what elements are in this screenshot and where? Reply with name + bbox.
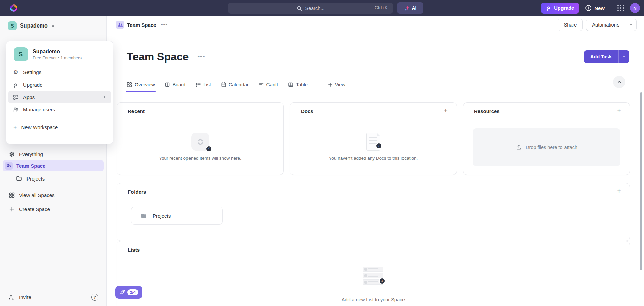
help-icon[interactable]: ? bbox=[91, 294, 98, 301]
search-input[interactable]: Search... Ctrl+K bbox=[228, 3, 393, 14]
topbar-divider bbox=[611, 4, 611, 12]
tab-label: Table bbox=[296, 82, 308, 87]
tab-add-view[interactable]: View bbox=[328, 77, 345, 92]
collapse-header-button[interactable] bbox=[613, 76, 625, 88]
upgrade-label: Upgrade bbox=[554, 5, 574, 11]
tab-label: Overview bbox=[135, 82, 155, 87]
recent-empty-text: Your recent opened items will show here. bbox=[159, 156, 241, 161]
menu-item-label: Apps bbox=[23, 94, 35, 100]
ai-button[interactable]: AI bbox=[397, 2, 423, 14]
upgrade-icon bbox=[13, 82, 19, 88]
lists-card: Lists + Add a new List to your Space bbox=[117, 241, 630, 306]
upgrade-button[interactable]: Upgrade bbox=[541, 3, 579, 14]
menu-item-label: Upgrade bbox=[23, 82, 43, 88]
overview-cards: Recent ✓ Your recent opened items will s… bbox=[117, 102, 630, 175]
folder-item-projects[interactable]: Projects bbox=[131, 207, 223, 225]
chevron-up-icon bbox=[617, 80, 622, 84]
overview-icon bbox=[127, 82, 132, 87]
sidebar-item-projects[interactable]: Projects bbox=[0, 173, 106, 184]
menu-item-manage-users[interactable]: Manage users bbox=[6, 103, 113, 116]
workspace-avatar: S bbox=[8, 21, 17, 30]
breadcrumb-more-icon[interactable]: ••• bbox=[161, 21, 168, 28]
invite-icon bbox=[8, 294, 15, 301]
header-actions: Share Automations bbox=[558, 19, 637, 31]
clickup-glyph-icon: ✓ bbox=[191, 133, 209, 151]
title-more-icon[interactable]: ••• bbox=[197, 53, 205, 60]
tab-board[interactable]: Board bbox=[165, 77, 185, 92]
add-doc-icon[interactable]: + bbox=[444, 107, 448, 114]
tab-label: Board bbox=[172, 82, 185, 87]
workspace-name: Supademo bbox=[20, 23, 48, 29]
tab-gantt[interactable]: Gantt bbox=[259, 77, 278, 92]
menu-item-label: Settings bbox=[23, 69, 41, 75]
upgrade-icon bbox=[546, 5, 551, 11]
onboarding-count-badge: 2/4 bbox=[127, 289, 138, 295]
sidebar-nav: Everything Team Space Projects View all … bbox=[0, 149, 106, 214]
new-label: New bbox=[594, 5, 605, 11]
ai-label: AI bbox=[412, 5, 417, 11]
tabs-separator bbox=[318, 81, 318, 88]
automations-label[interactable]: Automations bbox=[586, 19, 625, 31]
workspace-menu-plan: Free Forever • 1 members bbox=[33, 56, 82, 60]
new-button[interactable]: New bbox=[585, 5, 605, 11]
tab-label: Gantt bbox=[266, 82, 278, 87]
everything-icon bbox=[9, 151, 15, 157]
users-icon bbox=[13, 107, 19, 112]
apps-icon bbox=[13, 95, 19, 100]
menu-item-label: New Workspace bbox=[21, 124, 58, 130]
workspace-menu-header: S Supademo Free Forever • 1 members bbox=[6, 47, 113, 66]
sidebar-item-team-space[interactable]: Team Space bbox=[3, 160, 104, 171]
search-shortcut: Ctrl+K bbox=[375, 5, 388, 10]
spaces-grid-icon bbox=[9, 192, 15, 198]
docs-card: Docs + ↓ You haven't added any Docs to t… bbox=[290, 102, 457, 175]
tab-label: View bbox=[335, 82, 345, 87]
workspace-menu-name: Supademo bbox=[33, 49, 82, 55]
menu-item-upgrade[interactable]: Upgrade bbox=[6, 79, 113, 91]
share-button[interactable]: Share bbox=[558, 19, 583, 31]
chevron-down-icon bbox=[51, 24, 55, 28]
tab-calendar[interactable]: Calendar bbox=[221, 77, 249, 92]
recent-card: Recent ✓ Your recent opened items will s… bbox=[117, 102, 284, 175]
apps-grid-icon[interactable] bbox=[617, 5, 624, 11]
menu-item-label: Manage users bbox=[23, 107, 55, 112]
add-task-label[interactable]: Add Task bbox=[584, 50, 618, 63]
breadcrumb[interactable]: Team Space bbox=[116, 21, 156, 29]
menu-item-settings[interactable]: ⚙ Settings bbox=[6, 66, 113, 79]
clickup-logo-icon[interactable] bbox=[9, 3, 18, 13]
calendar-icon bbox=[221, 82, 226, 87]
topbar: Search... Ctrl+K AI Upgrade New bbox=[0, 0, 644, 16]
add-resource-icon[interactable]: + bbox=[617, 107, 621, 114]
sidebar-item-create-space[interactable]: Create Space bbox=[0, 204, 106, 214]
onboarding-progress-pill[interactable]: 2/4 bbox=[115, 286, 142, 299]
tab-label: Calendar bbox=[229, 82, 249, 87]
tab-overview[interactable]: Overview bbox=[127, 77, 155, 92]
user-avatar[interactable]: N bbox=[630, 3, 640, 13]
sidebar-item-everything[interactable]: Everything bbox=[0, 149, 106, 159]
invite-label[interactable]: Invite bbox=[19, 294, 31, 300]
folder-label: Projects bbox=[153, 213, 171, 219]
add-folder-icon[interactable]: + bbox=[617, 187, 621, 195]
page-title: Team Space bbox=[127, 51, 189, 63]
menu-item-new-workspace[interactable]: + New Workspace bbox=[6, 119, 113, 136]
add-task-chevron-icon[interactable] bbox=[618, 50, 629, 63]
card-title: Folders bbox=[117, 183, 630, 195]
search-icon bbox=[297, 6, 302, 11]
file-dropzone[interactable]: Drop files here to attach bbox=[473, 128, 620, 166]
menu-item-apps[interactable]: Apps bbox=[8, 91, 111, 103]
card-title: Resources bbox=[463, 103, 630, 114]
workspace-switcher[interactable]: S Supademo bbox=[0, 16, 106, 30]
vertical-scrollbar[interactable] bbox=[640, 92, 642, 270]
breadcrumb-label: Team Space bbox=[127, 22, 156, 28]
folders-card: Folders + Projects bbox=[117, 183, 630, 241]
lists-illustration-icon: + bbox=[363, 267, 384, 285]
tab-table[interactable]: Table bbox=[288, 77, 308, 92]
sidebar-item-label: View all Spaces bbox=[19, 192, 55, 198]
automations-chevron-icon[interactable] bbox=[625, 19, 636, 31]
tab-list[interactable]: List bbox=[196, 77, 211, 92]
sidebar-item-label: Projects bbox=[26, 176, 45, 182]
docs-empty-state: ↓ You haven't added any Docs to this loc… bbox=[290, 118, 457, 175]
page-title-row: Team Space ••• Add Task bbox=[127, 50, 629, 64]
sidebar-item-view-all-spaces[interactable]: View all Spaces bbox=[0, 190, 106, 200]
team-space-icon bbox=[116, 21, 124, 29]
rocket-icon bbox=[119, 289, 125, 295]
